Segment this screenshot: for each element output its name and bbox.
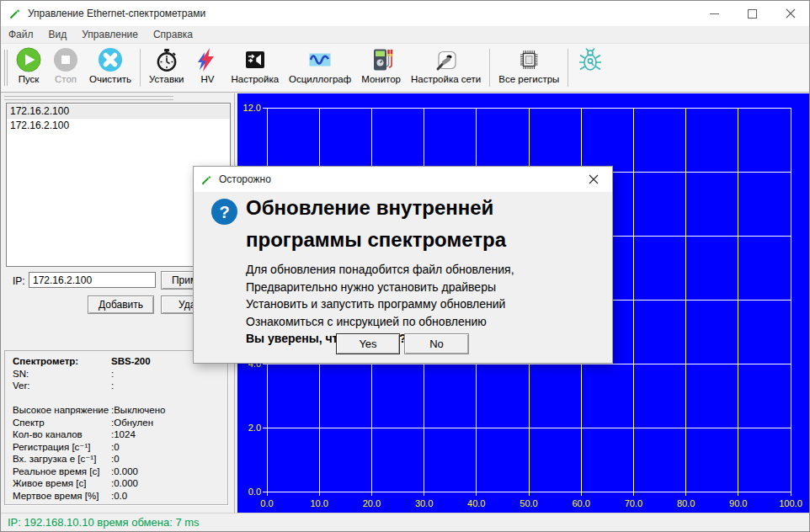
info-row: Регистрация [с⁻¹]:0 <box>5 441 227 454</box>
toolbar-label: Настройка <box>231 74 279 84</box>
x-tick-label: 60.0 <box>572 498 589 508</box>
close-icon <box>589 174 599 184</box>
maximize-icon <box>748 9 757 19</box>
toolbar-gripper[interactable] <box>4 50 8 86</box>
settings-button[interactable]: Настройка <box>226 44 284 92</box>
warning-dialog: Осторожно ? Обновление внутренней програ… <box>193 166 613 364</box>
y-tick-label: 2.0 <box>248 423 261 433</box>
menu-help[interactable]: Справка <box>146 27 200 42</box>
info-row-value: :0.000 <box>111 477 138 490</box>
info-row-label: Кол-во каналов <box>13 428 111 441</box>
close-icon <box>786 8 796 19</box>
info-row: Спектр:Обнулен <box>5 417 227 429</box>
info-row: SN:: <box>5 368 227 380</box>
dialog-close-button[interactable] <box>574 167 612 192</box>
info-row-label: Спектр <box>13 417 111 429</box>
ip-label: IP: <box>13 275 25 287</box>
info-row-label: Спектрометр: <box>13 355 111 368</box>
info-row: Высокое напряжение:Выключено <box>5 404 227 417</box>
network-settings-button[interactable]: Настройка сети <box>406 44 486 92</box>
all-registers-button[interactable]: Все регистры <box>493 44 564 92</box>
dialog-title-bar: Осторожно <box>194 167 612 192</box>
stop-icon <box>52 46 79 73</box>
title-bar: Управление Ethernet-спектрометрами <box>1 1 809 26</box>
menu-view[interactable]: Вид <box>41 27 75 42</box>
toolbar-label: Стоп <box>55 74 77 84</box>
yes-button[interactable]: Yes <box>336 333 400 354</box>
chip-icon <box>515 46 542 73</box>
info-row-value: : <box>111 380 114 392</box>
menu-control[interactable]: Управление <box>74 27 146 42</box>
minimize-button[interactable] <box>695 1 733 26</box>
info-row: Живое время [с]:0.000 <box>5 477 227 490</box>
monitor-button[interactable]: Монитор <box>356 44 406 92</box>
panel-gripper[interactable] <box>4 96 173 100</box>
x-tick-label: 40.0 <box>467 498 485 508</box>
info-row: Реальное время [с]:0.000 <box>5 466 227 478</box>
menu-file[interactable]: Файл <box>1 27 41 42</box>
list-item[interactable]: 172.16.2.100 <box>7 104 230 119</box>
close-button[interactable] <box>771 1 809 26</box>
no-button[interactable]: No <box>404 333 469 354</box>
info-row-label: SN: <box>13 368 111 380</box>
oscilloscope-button[interactable]: Осциллограф <box>284 44 356 92</box>
lightning-icon <box>194 46 221 73</box>
x-tick-label: 80.0 <box>677 498 695 508</box>
toolbar: Пуск Стоп Очистить <box>1 43 809 93</box>
info-row-value: :Обнулен <box>111 417 153 429</box>
wand-icon <box>200 173 213 186</box>
window-controls <box>695 1 809 26</box>
x-tick-label: 10.0 <box>310 498 328 508</box>
toolbar-label: Все регистры <box>498 74 559 84</box>
info-row <box>5 392 227 405</box>
menu-bar: Файл Вид Управление Справка <box>1 26 809 43</box>
x-tick-label: 70.0 <box>625 498 642 508</box>
info-row-label: Ver: <box>13 380 111 392</box>
toolbar-label: Настройка сети <box>411 74 481 84</box>
clear-x-icon <box>97 46 124 73</box>
wand-icon <box>8 7 22 20</box>
info-row-value: :1024 <box>111 428 136 441</box>
info-row-label: Реальное время [с] <box>13 466 111 478</box>
stopwatch-icon <box>153 46 180 73</box>
x-tick-label: 30.0 <box>415 498 433 508</box>
multimeter-icon <box>368 46 395 73</box>
info-row-label: Живое время [с] <box>13 477 111 490</box>
info-row-value: :0 <box>111 441 120 454</box>
info-row-label: Высокое напряжение <box>13 404 111 417</box>
x-tick-label: 50.0 <box>520 498 537 508</box>
status-text: IP: 192.168.10.10 время обмена: 7 ms <box>8 516 200 529</box>
play-icon <box>15 46 42 73</box>
y-tick-label: 0.0 <box>248 487 261 497</box>
info-row-value: SBS-200 <box>111 355 151 368</box>
add-button[interactable]: Добавить <box>88 295 154 314</box>
presets-button[interactable]: Уставки <box>144 44 189 92</box>
toolbar-separator <box>568 49 568 87</box>
info-row-value: :0 <box>111 453 120 466</box>
hv-button[interactable]: HV <box>189 44 226 92</box>
debug-button[interactable] <box>572 44 609 92</box>
minimize-icon <box>710 9 719 19</box>
toolbar-label: HV <box>200 74 214 84</box>
info-row-label: Регистрация [с⁻¹] <box>13 441 111 454</box>
start-button[interactable]: Пуск <box>10 44 47 92</box>
y-tick-label: 12.0 <box>243 103 261 113</box>
toolbar-separator <box>489 49 490 87</box>
tuning-icon <box>242 46 269 73</box>
network-plug-icon <box>433 46 460 73</box>
info-row-value: :Выключено <box>111 404 166 417</box>
dialog-line: Для обновления понадобится файл обновлен… <box>246 261 514 279</box>
clear-button[interactable]: Очистить <box>84 44 136 92</box>
ip-input[interactable] <box>29 272 156 288</box>
toolbar-label: Уставки <box>149 74 184 84</box>
dialog-line: Установить и запустить программу обновле… <box>246 295 514 313</box>
info-box: Спектрометр:SBS-200SN::Ver::Высокое напр… <box>4 350 228 505</box>
list-item[interactable]: 172.16.2.100 <box>7 119 230 133</box>
info-row-value: :0.0 <box>111 490 127 503</box>
x-tick-label: 20.0 <box>363 498 381 508</box>
maximize-button[interactable] <box>733 1 771 26</box>
stop-button[interactable]: Стоп <box>47 44 84 92</box>
info-row-label: Мертвое время [%] <box>13 490 111 503</box>
dialog-heading: Обновление внутренней программы спектром… <box>246 192 536 256</box>
toolbar-label: Очистить <box>89 74 131 84</box>
